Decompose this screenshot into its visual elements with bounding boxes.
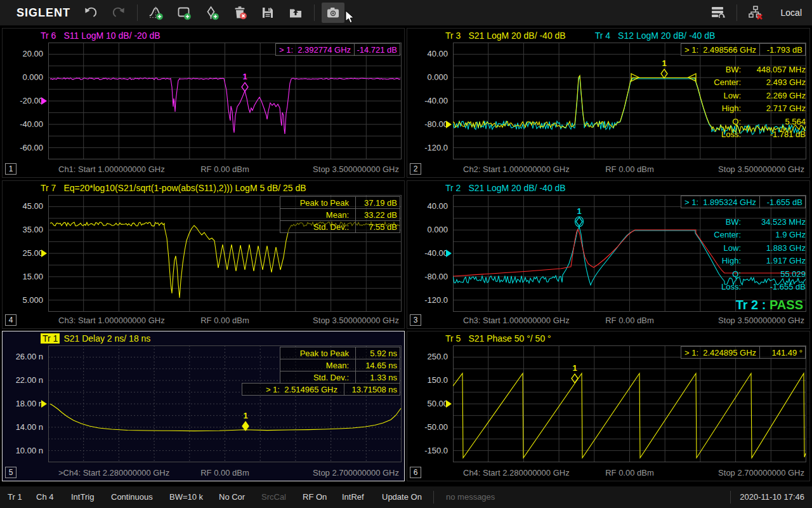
y-axis-label: 150.0 xyxy=(409,375,448,385)
info-label: Loss: xyxy=(721,130,741,139)
limit-test-result: Tr 2 : PASS xyxy=(736,298,803,312)
info-label: Q: xyxy=(732,117,741,126)
status-item-ch-4[interactable]: Ch 4 xyxy=(36,486,53,508)
y-axis-label: 15.00 xyxy=(4,272,43,281)
plot-area[interactable]: 1 xyxy=(453,43,806,159)
toolbar-right: Local xyxy=(704,0,812,25)
info-label: Low: xyxy=(724,243,741,253)
channel-stop-label: Stop 3.500000000 GHz xyxy=(313,316,399,325)
y-axis-label: 250.0 xyxy=(409,352,448,361)
statistics-row: Peak to Peak5.92 ns xyxy=(280,347,400,359)
status-item-no-cor[interactable]: No Cor xyxy=(219,486,245,508)
trace-title-label: Tr 7 xyxy=(41,183,56,193)
window-number-badge[interactable]: 1 xyxy=(5,163,16,175)
reference-level-icon xyxy=(446,400,452,408)
bandwidth-info-row: Low:1.883 GHz xyxy=(647,243,806,253)
redo-icon[interactable] xyxy=(107,3,130,23)
statistics-row: Std. Dev.:7.55 dB xyxy=(280,220,400,233)
channel-stop-label: Stop 3.500000000 GHz xyxy=(313,164,399,174)
status-item-continuous[interactable]: Continuous xyxy=(111,486,153,508)
trace-title-row: Tr 6S11 LogM 10 dB/ -20 dB xyxy=(41,30,168,41)
status-message: no messages xyxy=(446,486,495,508)
add-window-icon[interactable] xyxy=(173,3,195,23)
window-number-badge[interactable]: 4 xyxy=(5,314,16,326)
statistics-row: Std. Dev.:1.33 ns xyxy=(280,371,400,384)
plot-area[interactable]: 1 xyxy=(48,43,402,159)
y-axis-label: -40.00 xyxy=(409,96,448,105)
toolbar-separator xyxy=(137,4,138,21)
y-axis-label: 22.00 n xyxy=(4,375,43,385)
status-item-bw-10-k[interactable]: BW=10 k xyxy=(169,486,203,508)
system-status-icon[interactable] xyxy=(707,3,730,23)
trace-title-row: Tr 1S21 Delay 2 ns/ 18 ns xyxy=(41,333,158,344)
statistics-row: Mean:14.65 ns xyxy=(280,359,400,371)
delete-icon[interactable] xyxy=(228,3,251,23)
screenshot-icon[interactable] xyxy=(322,3,344,23)
toolbar-separator xyxy=(314,4,315,21)
y-axis-label: 26.00 n xyxy=(4,352,43,361)
info-value: 1.917 GHz xyxy=(747,256,806,265)
info-label: Center: xyxy=(714,77,741,87)
info-value: -1.781 dB xyxy=(747,130,806,139)
bandwidth-info-row: High:2.717 GHz xyxy=(647,104,806,113)
marker-frequency: > 1: 2.392774 GHz xyxy=(276,45,354,55)
trace-title-label: S21 LogM 20 dB/ -40 dB xyxy=(468,183,565,193)
save-icon[interactable] xyxy=(256,3,279,23)
channel-stop-label: Stop 2.700000000 GHz xyxy=(313,468,399,478)
brand-logo: SIGLENT xyxy=(16,6,70,20)
y-axis-label: 0.000 xyxy=(4,72,43,82)
undo-icon[interactable] xyxy=(79,3,102,23)
add-trace-icon[interactable] xyxy=(145,3,167,23)
status-item-intref[interactable]: IntRef xyxy=(342,486,364,508)
window-number-badge[interactable]: 6 xyxy=(410,467,421,478)
y-axis-label: -40.00 xyxy=(409,248,448,258)
network-error-icon[interactable] xyxy=(744,3,767,23)
marker-readout: > 1: 2.498566 GHz-1.793 dB xyxy=(681,43,806,56)
trace-window-5[interactable]: Tr 1S21 Delay 2 ns/ 18 ns26.00 n22.00 n1… xyxy=(2,331,405,481)
marker-frequency: > 1: 2.498566 GHz xyxy=(681,45,759,55)
stat-value: 14.65 ns xyxy=(355,359,400,371)
marker-frequency: > 1: 2.424895 GHz xyxy=(681,348,759,358)
trace-title-label: Tr 4 xyxy=(595,30,610,41)
statistics-row: Peak to Peak37.19 dB xyxy=(280,196,400,209)
plot-area[interactable]: 1 xyxy=(453,195,806,312)
status-item-inttrig[interactable]: IntTrig xyxy=(71,486,94,508)
y-axis-label: 20.00 xyxy=(4,49,43,58)
trace-window-3[interactable]: Tr 2S21 LogM 20 dB/ -40 dB40.000.000-40.… xyxy=(407,180,810,329)
recall-icon[interactable] xyxy=(284,3,307,23)
info-label: High: xyxy=(722,256,741,265)
trace-title-label: S21 Phase 50 °/ 50 ° xyxy=(468,333,551,344)
channel-stop-label: Stop 2.700000000 GHz xyxy=(718,468,804,478)
trace-window-2[interactable]: Tr 3S21 LogM 20 dB/ -40 dBTr 4S12 LogM 2… xyxy=(407,28,810,178)
trace-title-label: Tr 2 xyxy=(445,183,461,193)
window-number-badge[interactable]: 5 xyxy=(5,467,16,478)
info-value: 55.029 xyxy=(747,269,806,279)
window-number-badge[interactable]: 2 xyxy=(410,163,421,175)
stat-label: > 1: 2.514965 GHz xyxy=(242,385,344,394)
status-item-srccal[interactable]: SrcCal xyxy=(261,486,286,508)
y-axis-label: 25.00 xyxy=(4,248,43,258)
y-axis-label: -60.00 xyxy=(4,143,43,152)
stat-label: Peak to Peak xyxy=(280,349,355,358)
trace-window-6[interactable]: Tr 5S21 Phase 50 °/ 50 °250.0150.050.00-… xyxy=(407,331,810,481)
trace-title-label: S11 LogM 10 dB/ -20 dB xyxy=(63,30,160,41)
trace-window-1[interactable]: Tr 6S11 LogM 10 dB/ -20 dB20.000.000-20.… xyxy=(2,28,405,178)
y-axis-label: 14.00 n xyxy=(4,422,43,432)
trace-window-4[interactable]: Tr 7Eq=20*log10(S21/sqrt(1-pow(abs(S11),… xyxy=(2,180,405,329)
local-mode-label[interactable]: Local xyxy=(781,8,802,18)
y-axis-label: -120.0 xyxy=(409,295,448,305)
stat-value: 37.19 dB xyxy=(355,197,400,208)
status-item-rf-on[interactable]: RF On xyxy=(303,486,327,508)
y-axis-label: -20.00 xyxy=(4,96,43,105)
bandwidth-info-row: Low:2.269 GHz xyxy=(647,91,806,100)
add-marker-icon[interactable] xyxy=(200,3,223,23)
y-axis-label: 0.000 xyxy=(409,225,448,234)
status-bar: no messages 2020-11-10 17:46 Tr 1Ch 4Int… xyxy=(0,486,812,508)
plot-area[interactable]: 1 xyxy=(453,345,806,462)
marker-value: 141.49 ° xyxy=(759,347,805,358)
status-item-tr-1[interactable]: Tr 1 xyxy=(8,486,22,508)
status-item-update-on[interactable]: Update On xyxy=(382,486,422,508)
y-axis-label: -80.00 xyxy=(409,119,448,129)
y-axis-label: 40.00 xyxy=(409,49,448,58)
window-number-badge[interactable]: 3 xyxy=(410,314,421,326)
